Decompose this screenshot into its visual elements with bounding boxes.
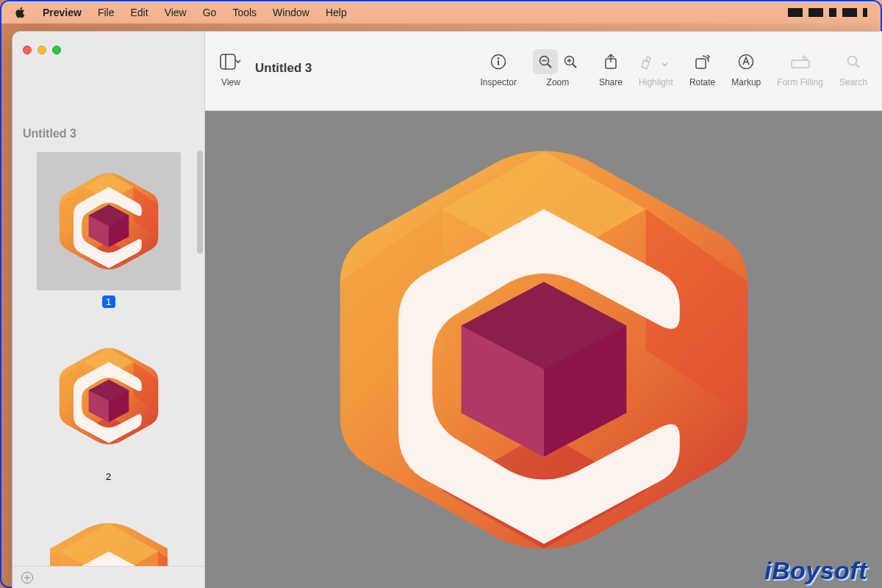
menu-edit[interactable]: Edit [131, 7, 148, 18]
thumbnail-1[interactable]: 1 [24, 152, 193, 308]
toolbar-label: Zoom [547, 77, 570, 87]
canvas[interactable]: iBoysoft [205, 111, 882, 588]
apple-menu-icon[interactable] [15, 7, 26, 18]
traffic-lights [23, 46, 61, 54]
thumbnail-2[interactable]: 2 [24, 327, 193, 483]
app-menu[interactable]: Preview [43, 7, 82, 18]
svg-line-27 [856, 64, 859, 68]
thumbnail-3[interactable] [24, 502, 193, 566]
watermark: iBoysoft [764, 556, 867, 585]
thumbnail-list[interactable]: 1 2 [12, 146, 204, 566]
sidebar: Untitled 3 1 2 [12, 32, 205, 588]
thumbnail-label: 2 [102, 470, 115, 483]
titlebar-left [12, 32, 204, 68]
sidebar-footer [12, 566, 204, 588]
inspector-button[interactable]: Inspector [481, 49, 517, 87]
menu-window[interactable]: Window [273, 7, 309, 18]
toolbar-label: Rotate [689, 77, 715, 87]
sidebar-title: Untitled 3 [12, 68, 204, 146]
highlight-button[interactable]: ⌄ Highlight [639, 49, 673, 87]
menubar: Preview File Edit View Go Tools Window H… [1, 1, 881, 24]
document-title: Untitled 3 [255, 61, 312, 76]
toolbar-label: Highlight [639, 77, 673, 87]
toolbar-label: Inspector [481, 77, 517, 87]
rotate-button[interactable]: Rotate [689, 49, 715, 87]
search-button[interactable]: Search [839, 49, 867, 87]
toolbar: View Untitled 3 Inspector [205, 32, 882, 111]
markup-button[interactable]: Markup [731, 49, 761, 87]
zoom-button[interactable] [52, 46, 61, 54]
toolbar-label: Markup [731, 77, 761, 87]
menu-file[interactable]: File [98, 7, 115, 18]
toolbar-label: Search [839, 77, 867, 87]
toolbar-label: Share [599, 77, 623, 87]
menubar-status-area [788, 8, 867, 17]
svg-point-12 [498, 57, 500, 60]
share-button[interactable]: Share [599, 49, 623, 87]
sidebar-scrollbar[interactable] [197, 151, 203, 254]
add-page-button[interactable] [21, 572, 33, 584]
menu-go[interactable]: Go [203, 7, 217, 18]
chevron-down-icon[interactable]: ⌄ [656, 51, 673, 73]
zoom-buttons: Zoom [533, 49, 583, 87]
svg-rect-13 [498, 60, 499, 65]
svg-rect-25 [792, 60, 809, 68]
svg-line-15 [548, 64, 551, 68]
menu-view[interactable]: View [165, 7, 187, 18]
svg-point-26 [847, 56, 856, 65]
close-button[interactable] [23, 46, 32, 54]
preview-window: Untitled 3 1 2 [12, 31, 882, 588]
toolbar-label: Form Filling [777, 77, 823, 87]
zoom-in-button[interactable] [558, 49, 583, 74]
toolbar-label: View [221, 77, 240, 87]
menu-help[interactable]: Help [326, 7, 347, 18]
zoom-out-button[interactable] [533, 49, 558, 74]
view-mode-button[interactable]: View [220, 49, 242, 87]
form-filling-button[interactable]: Form Filling [777, 49, 823, 87]
svg-rect-23 [696, 59, 706, 68]
thumbnail-label: 1 [102, 295, 115, 308]
menu-tools[interactable]: Tools [232, 7, 257, 18]
svg-line-18 [573, 64, 576, 68]
svg-rect-9 [220, 54, 235, 69]
minimize-button[interactable] [37, 46, 46, 54]
image-content [301, 111, 786, 588]
